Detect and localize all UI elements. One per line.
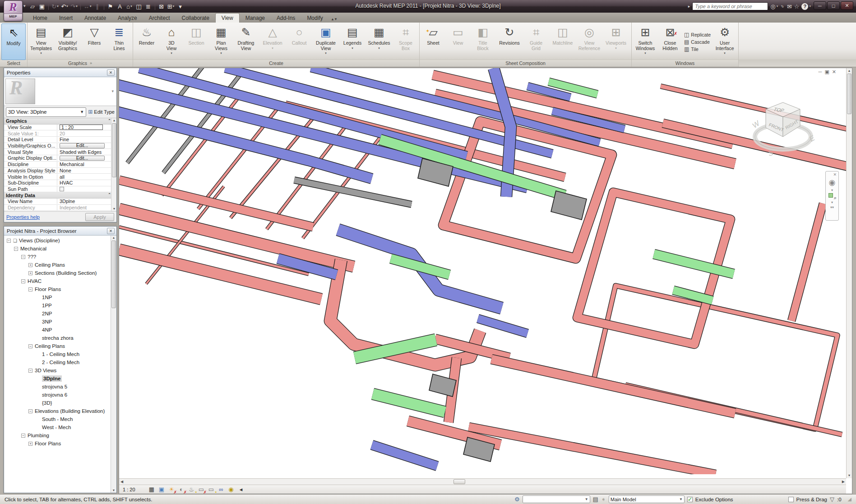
expand-icon[interactable]: +: [28, 263, 32, 267]
tab-annotate[interactable]: Annotate: [79, 14, 112, 23]
application-menu-button[interactable]: R MEP: [4, 0, 23, 21]
navbar-more-icon[interactable]: ▾▾: [830, 205, 834, 209]
view-templates-button[interactable]: ▤ViewTemplates▾: [29, 23, 53, 60]
legends-button[interactable]: ▤Legends▾: [340, 23, 365, 60]
view-restore-icon[interactable]: ▣: [824, 69, 829, 75]
thin-lines-icon[interactable]: ≣: [144, 2, 153, 11]
thin-lines-button[interactable]: ≣ThinLines: [107, 23, 131, 60]
property-row-graphic-display-opti[interactable]: Graphic Display Opti...Edit...: [4, 155, 116, 162]
cascade-button[interactable]: ▤Cascade: [684, 39, 711, 45]
tree-item-3d[interactable]: {3D}: [4, 399, 111, 407]
redo-icon[interactable]: ↷▾: [69, 2, 79, 11]
steering-wheel-icon[interactable]: ◉: [829, 178, 836, 187]
collapse-icon[interactable]: −: [7, 239, 11, 243]
viewports-button[interactable]: ⊞Viewports▾: [602, 23, 630, 60]
tree-item-ceiling-plans[interactable]: −Ceiling Plans: [4, 342, 111, 350]
tree-item-4np[interactable]: 4NP: [4, 326, 111, 334]
tab-view[interactable]: View: [215, 13, 240, 23]
worksets-icon[interactable]: ⚙: [514, 496, 520, 503]
press-drag-checkbox[interactable]: [788, 497, 794, 502]
tree-item-3dplne[interactable]: 3Dplne: [4, 375, 111, 383]
tile-button[interactable]: ▥Tile: [684, 46, 711, 52]
preview-dropdown-icon[interactable]: ▾: [111, 89, 114, 93]
filters-button[interactable]: ▽Filters: [82, 23, 106, 60]
open-icon[interactable]: ▱: [28, 2, 37, 11]
favorites-star-icon[interactable]: ☆: [794, 3, 800, 10]
property-row-view-scale[interactable]: View Scale1 : 20: [4, 125, 116, 131]
tree-item-item[interactable]: −???: [4, 253, 111, 261]
project-browser-title-bar[interactable]: Projekt Nitra - Project Browser ✕: [4, 227, 116, 236]
close-hidden-windows-icon[interactable]: ⊠: [157, 2, 166, 11]
matchline-button[interactable]: ◫Matchline: [549, 23, 577, 60]
property-row-view-name[interactable]: View Name3Dplne: [4, 199, 116, 205]
temporary-hide-isolate-icon[interactable]: ∞: [217, 486, 226, 493]
tree-item-3np[interactable]: 3NP: [4, 318, 111, 326]
modify-button[interactable]: ⇖Modify: [1, 23, 26, 60]
apply-button[interactable]: Apply: [85, 213, 114, 221]
drafting-view-button[interactable]: ✎DraftingView: [234, 23, 258, 60]
render-button[interactable]: ♨Render: [134, 23, 159, 60]
sun-path-checkbox[interactable]: [60, 187, 64, 191]
filter-icon[interactable]: ▽: [830, 496, 834, 503]
collapse-icon[interactable]: −: [28, 409, 32, 413]
vertical-scrollbar[interactable]: ▲ ▼: [846, 68, 852, 478]
tree-item-floor-plans[interactable]: −Floor Plans: [4, 285, 111, 293]
tree-item-1-ceiling-mech[interactable]: 1 - Ceiling Mech: [4, 350, 111, 358]
editable-only-icon[interactable]: ▤: [593, 496, 598, 503]
minimize-button[interactable]: ─: [814, 1, 826, 10]
customize-qat-icon[interactable]: ▾: [176, 2, 185, 11]
elevation-button[interactable]: △Elevation▾: [259, 23, 287, 60]
tab-insert[interactable]: Insert: [53, 14, 79, 23]
view-button[interactable]: ▭View: [446, 23, 470, 60]
property-row-visible-in-option[interactable]: Visible In Optionall: [4, 174, 116, 180]
tree-item-1pp[interactable]: 1PP: [4, 301, 111, 310]
tree-item-sections-building-section[interactable]: +Sections (Building Section): [4, 269, 111, 277]
measure-icon[interactable]: ↔▾: [83, 2, 93, 11]
visibility-graphics-button[interactable]: ◩Visibility/Graphics: [54, 23, 82, 60]
tab-manage[interactable]: Manage: [240, 14, 271, 23]
rendering-dialog-icon[interactable]: ♨•: [187, 486, 196, 493]
view-reference-button[interactable]: ◎ViewReference: [577, 23, 602, 60]
infocenter-collapse-icon[interactable]: ▸: [688, 4, 690, 9]
collapse-icon[interactable]: −: [28, 287, 32, 291]
view-close-icon[interactable]: ✕: [832, 69, 836, 75]
default-3d-view-icon[interactable]: ⌂▾: [125, 2, 134, 11]
project-browser-close-icon[interactable]: ✕: [107, 228, 115, 234]
tree-item-3d-views[interactable]: −3D Views: [4, 366, 111, 375]
collapse-icon[interactable]: −: [21, 255, 25, 259]
tree-item-views-discipline[interactable]: −❏Views (Discipline): [4, 236, 111, 245]
subscription-key-icon[interactable]: ♀: [780, 3, 785, 10]
guide-grid-button[interactable]: ⌗GuideGrid: [524, 23, 548, 60]
worksets-combo[interactable]: ▼: [523, 495, 590, 503]
collapse-icon[interactable]: −: [28, 344, 32, 348]
drawing-viewport[interactable]: W S E TOP FRONT RIGHT ✕ ◉ ▾ ⌕ ▾ ▾▾ ─ ▣ ✕: [119, 68, 846, 478]
sync-icon[interactable]: ↻▾: [51, 2, 60, 11]
collapse-icon[interactable]: −: [28, 369, 32, 373]
help-icon[interactable]: ?▾: [801, 3, 811, 10]
section-icon[interactable]: ◫: [134, 2, 143, 11]
aligned-dimension-icon[interactable]: ∥: [93, 2, 102, 11]
app-menu-arrow-icon[interactable]: ▾: [23, 4, 26, 8]
property-row-visibility-graphics-o[interactable]: Visibility/Graphics O...Edit...: [4, 143, 116, 149]
wheel-dropdown-icon[interactable]: ▾: [831, 188, 833, 192]
revisions-button[interactable]: ↻Revisions: [495, 23, 523, 60]
duplicate-view-button[interactable]: ▣DuplicateView▾: [312, 23, 340, 60]
edit-button[interactable]: Edit...: [60, 156, 105, 161]
close-hidden-button[interactable]: ⊠✗CloseHidden: [658, 23, 682, 60]
tag-icon[interactable]: ⚑: [106, 2, 115, 11]
tree-item-2np[interactable]: 2NP: [4, 310, 111, 318]
navbar-close-icon[interactable]: ✕: [833, 172, 838, 177]
communication-center-icon[interactable]: ✉: [787, 3, 792, 10]
visual-style-icon[interactable]: ▣: [157, 486, 166, 493]
sheet-button[interactable]: ▱✦Sheet: [421, 23, 445, 60]
collapse-icon[interactable]: −: [14, 247, 18, 251]
sun-path-icon[interactable]: ☀✗: [167, 486, 176, 493]
properties-help-link[interactable]: Properties help: [6, 214, 85, 220]
view-minimize-icon[interactable]: ─: [819, 69, 822, 75]
tree-item-2-ceiling-mech[interactable]: 2 - Ceiling Mech: [4, 358, 111, 366]
callout-button[interactable]: ○Callout: [287, 23, 311, 60]
tree-item-floor-plans[interactable]: +Floor Plans: [4, 439, 111, 448]
shadows-icon[interactable]: ◐✗: [177, 486, 186, 493]
replicate-button[interactable]: ◫Replicate: [684, 32, 711, 38]
text-icon[interactable]: A: [116, 2, 125, 11]
